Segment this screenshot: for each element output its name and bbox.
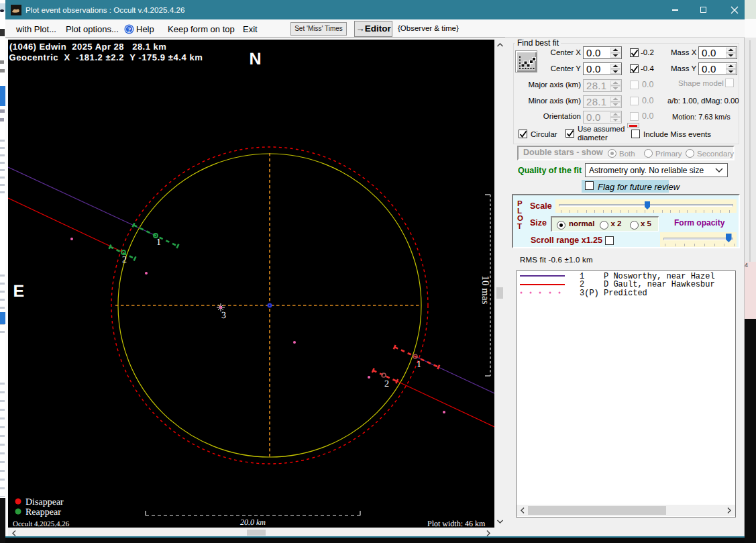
svg-text:(1046) Edwin 2025 Apr 28 28: (1046) Edwin 2025 Apr 28 28.1 km xyxy=(9,42,166,52)
svg-text:10 mas: 10 mas xyxy=(480,276,490,305)
svg-text:N: N xyxy=(250,50,262,68)
svg-text:E: E xyxy=(13,282,25,301)
svg-text:Geocentric X -181.2 ±2.2 Y: Geocentric X -181.2 ±2.2 Y -175.9 ±4.4 k… xyxy=(9,52,203,62)
svg-text:1: 1 xyxy=(417,360,421,370)
svg-text:Disappear: Disappear xyxy=(25,497,64,507)
svg-text:Plot width: 46 km: Plot width: 46 km xyxy=(427,519,486,528)
svg-text:1: 1 xyxy=(156,238,161,248)
svg-text:?: ? xyxy=(127,26,131,34)
svg-text:2: 2 xyxy=(384,379,389,389)
svg-text:Occult 4.2025.4.26: Occult 4.2025.4.26 xyxy=(13,520,70,528)
svg-text:3: 3 xyxy=(221,311,226,321)
svg-text:Reappear: Reappear xyxy=(25,507,61,517)
svg-text:2: 2 xyxy=(122,255,127,265)
svg-text:20.0 km: 20.0 km xyxy=(240,517,266,527)
